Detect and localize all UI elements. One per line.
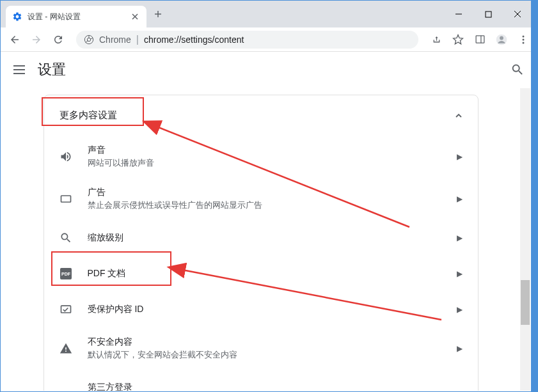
minimize-button[interactable] (444, 4, 473, 24)
forward-button[interactable] (28, 31, 45, 49)
setting-row-zoom[interactable]: 缩放级别 ▶ (44, 220, 478, 256)
new-tab-button[interactable] (149, 5, 167, 23)
gear-icon (12, 12, 22, 22)
content-area: 更多内容设置 声音网站可以播放声音 ▶ 广告禁止会展示侵扰性或误导性广告的网站显… (1, 88, 520, 391)
svg-point-7 (523, 38, 525, 40)
setting-row-ads[interactable]: 广告禁止会展示侵扰性或误导性广告的网站显示广告 ▶ (44, 178, 478, 220)
browser-toolbar: Chrome | chrome://settings/content (1, 27, 537, 52)
ad-icon (59, 192, 72, 205)
svg-rect-12 (61, 306, 70, 313)
chevron-right-icon: ▶ (457, 269, 463, 278)
svg-rect-0 (486, 12, 491, 17)
bookmark-icon[interactable] (449, 31, 467, 49)
browser-tab[interactable]: 设置 - 网站设置 (6, 6, 146, 27)
svg-text:PDF: PDF (61, 272, 71, 276)
setting-row-insecure[interactable]: 不安全内容默认情况下，安全网站会拦截不安全内容 ▶ (44, 327, 478, 370)
settings-card: 更多内容设置 声音网站可以播放声音 ▶ 广告禁止会展示侵扰性或误导性广告的网站显… (44, 95, 479, 391)
back-button[interactable] (6, 31, 24, 49)
url-chrome-label: Chrome (99, 35, 131, 45)
sidepanel-icon[interactable] (471, 31, 489, 49)
settings-header: 设置 (1, 52, 537, 88)
warning-icon (59, 342, 72, 355)
volume-icon (59, 150, 72, 163)
reload-button[interactable] (49, 31, 67, 49)
profile-icon[interactable] (493, 31, 510, 49)
chevron-right-icon: ▶ (457, 344, 463, 353)
close-icon[interactable] (130, 12, 140, 22)
setting-row-protected[interactable]: 受保护内容 ID ▶ (44, 292, 478, 327)
title-bar: 设置 - 网站设置 (1, 1, 537, 27)
chevron-right-icon: ▶ (457, 152, 463, 161)
section-title: 更多内容设置 (59, 109, 117, 122)
chevron-right-icon: ▶ (457, 305, 463, 314)
svg-point-8 (523, 42, 525, 43)
chevron-right-icon: ▶ (457, 233, 463, 242)
share-icon[interactable] (427, 31, 445, 49)
hamburger-icon[interactable] (13, 65, 25, 74)
tab-title: 设置 - 网站设置 (28, 12, 125, 22)
protected-icon (59, 303, 72, 316)
scrollbar[interactable] (520, 88, 530, 391)
chevron-up-icon (455, 112, 463, 120)
chevron-right-icon: ▶ (457, 194, 463, 203)
maximize-button[interactable] (473, 4, 503, 24)
url-path: chrome://settings/content (144, 35, 244, 45)
section-more-content[interactable]: 更多内容设置 (44, 95, 478, 136)
scrollbar-thumb[interactable] (521, 280, 530, 325)
search-icon[interactable] (510, 63, 525, 77)
pdf-icon: PDF (59, 267, 72, 280)
window-controls (444, 4, 532, 24)
svg-rect-3 (476, 36, 484, 43)
svg-point-5 (500, 36, 503, 40)
setting-row-thirdparty[interactable]: 第三方登录 (44, 370, 478, 391)
close-window-button[interactable] (503, 4, 532, 24)
page-title: 设置 (38, 60, 66, 79)
chrome-icon (84, 35, 94, 45)
setting-row-sound[interactable]: 声音网站可以播放声音 ▶ (44, 136, 478, 178)
search-icon (59, 231, 72, 244)
setting-row-pdf[interactable]: PDF PDF 文档 ▶ (44, 256, 478, 292)
address-bar[interactable]: Chrome | chrome://settings/content (76, 31, 418, 49)
svg-rect-9 (61, 196, 70, 202)
svg-point-6 (523, 35, 525, 37)
menu-icon[interactable] (514, 31, 532, 49)
